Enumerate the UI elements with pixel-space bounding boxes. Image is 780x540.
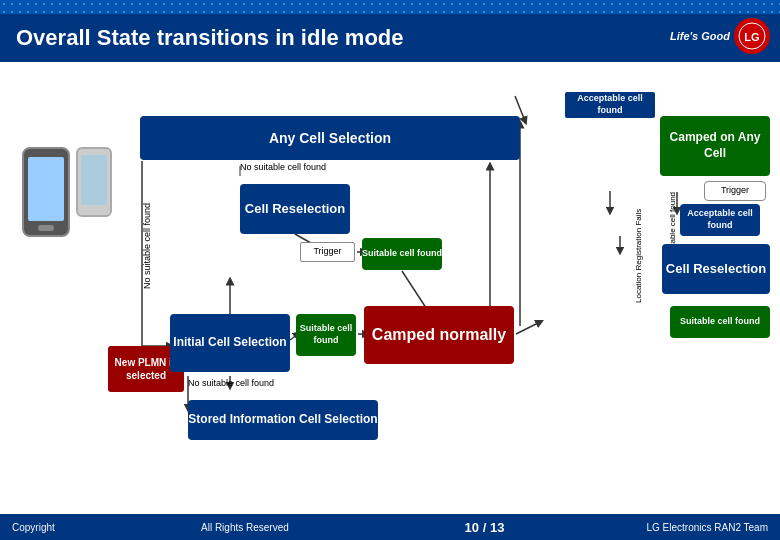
suitable-cell-left-box: Suitable cell found [296,314,356,356]
footer-company: LG Electronics RAN2 Team [579,522,768,533]
cell-reselection-right-label: Cell Reselection [666,261,766,278]
acceptable-cell-right-label: Acceptable cell found [680,208,760,231]
cell-reselection-right-box: Cell Reselection [662,244,770,294]
logo-circle: LG [734,18,770,54]
top-dot-pattern [0,0,780,14]
footer-copyright: Copyright [12,522,201,533]
phones-area [12,92,122,292]
no-acceptable-label: No Acceptable cell found [668,146,684,326]
suitable-cell-right-bottom-box: Suitable cell found [670,306,770,338]
camped-normally-box: Camped normally [364,306,514,364]
trigger-center-label: Trigger [313,246,341,258]
phone-2 [76,147,112,217]
diagram-area: Any Cell Selection Acceptable cell found… [120,66,770,476]
trigger-center-box: Trigger [300,242,355,262]
initial-cell-selection-label: Initial Cell Selection [173,335,286,351]
logo-area: Life's Good LG [670,18,770,54]
main-content: Any Cell Selection Acceptable cell found… [0,62,780,506]
footer: Copyright All Rights Reserved 10 / 13 LG… [0,514,780,540]
acceptable-cell-top-label: Acceptable cell found [565,93,655,116]
trigger-top-label: Trigger [721,185,749,197]
header-bar: Overall State transitions in idle mode L… [0,14,780,62]
initial-cell-selection-box: Initial Cell Selection [170,314,290,372]
footer-rights: All Rights Reserved [201,522,390,533]
no-suitable-bottom-label: No suitable cell found [188,378,328,396]
acceptable-cell-top-box: Acceptable cell found [565,92,655,118]
suitable-cell-right-bottom-label: Suitable cell found [680,316,760,328]
stored-info-box: Stored Information Cell Selection [188,400,378,440]
any-cell-selection-box: Any Cell Selection [140,116,520,160]
svg-line-20 [516,322,540,334]
cell-reselection-center-box: Cell Reselection [240,184,350,234]
cell-reselection-center-label: Cell Reselection [245,201,345,218]
loc-reg-fails-label: Location Registration Fails [634,176,650,336]
footer-page: 10 / 13 [390,520,579,535]
no-suitable-left-label: No suitable cell found [142,146,158,346]
camped-normally-label: Camped normally [372,325,506,346]
svg-text:LG: LG [744,31,759,43]
trigger-top-box: Trigger [704,181,766,201]
suitable-cell-left-label: Suitable cell found [296,323,356,346]
suitable-cell-center-box: Suitable cell found [362,238,442,270]
acceptable-cell-right-box: Acceptable cell found [680,204,760,236]
suitable-cell-center-label: Suitable cell found [362,248,442,260]
page-title: Overall State transitions in idle mode [16,25,404,51]
no-suitable-top-label: No suitable cell found [240,162,370,180]
phone-1 [22,147,70,237]
any-cell-selection-label: Any Cell Selection [269,129,391,147]
stored-info-label: Stored Information Cell Selection [188,412,377,428]
logo-text: Life's Good [670,30,730,42]
